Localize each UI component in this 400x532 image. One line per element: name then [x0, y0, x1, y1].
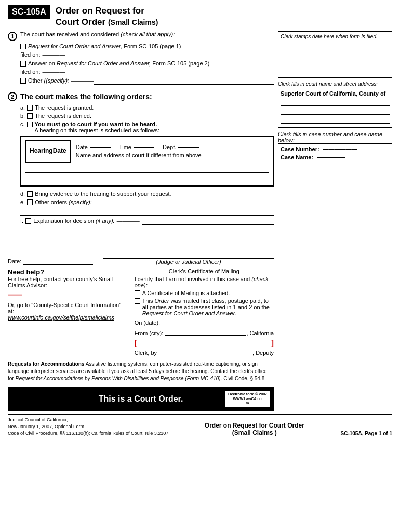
clerk-court-label: Clerk fills in court name and street add… [278, 81, 392, 87]
page: SC-105A Order on Request for Court Order… [0, 0, 400, 532]
case-number-row: Case Number: —————— [281, 146, 390, 152]
dept-field: Dept. [163, 144, 199, 150]
section2-b-text: The request is denied. [35, 113, 91, 119]
section1-filed-on-1: filed on: ———— [20, 51, 274, 58]
right-column: Clerk stamps date here when form is file… [278, 31, 392, 414]
time-dash[interactable] [134, 147, 154, 148]
section2-f-checkbox[interactable] [25, 218, 31, 224]
section1-item3-text: Other ((specify): ———— [28, 77, 94, 84]
date-dash[interactable] [90, 147, 111, 148]
section1: 1 The court has received and considered … [8, 31, 274, 85]
hearing-address [25, 166, 269, 181]
address-label-text: Name and address of court if different f… [76, 152, 208, 158]
clerk-line-2[interactable] [281, 108, 390, 115]
section2-e-line[interactable] [119, 199, 274, 206]
dept-dash[interactable] [178, 147, 199, 148]
section2-item-a: a. The request is granted. [20, 104, 274, 111]
section1-item2-checkbox[interactable] [20, 61, 26, 66]
court-order-banner: This is a Court Order. Electronic form ©… [8, 387, 274, 411]
section2-e-text: Other orders (specify): [35, 199, 91, 205]
date-field: Date [76, 144, 111, 150]
on-date-line[interactable] [162, 318, 274, 325]
mailing-column: — Clerk's Certificate of Mailing — I cer… [135, 268, 274, 356]
clerk-court-lines [281, 99, 390, 124]
address-line-1[interactable] [25, 166, 269, 173]
section1-item1-text: Request for Court Order and Answer, Form… [28, 43, 181, 49]
hearing-fields: Date Time Dept. [76, 144, 208, 158]
mailing-item1-checkbox[interactable] [135, 290, 140, 296]
need-help-title: Need help? [8, 268, 124, 276]
section1-number: 1 [8, 32, 17, 41]
judge-label: (Judge or Judicial Officer) [103, 259, 274, 265]
on-date-row: On (date): [135, 318, 274, 327]
help-red-dash: —— [8, 290, 124, 299]
address-line-2[interactable] [25, 174, 269, 181]
section1-item1-row: Request for Court Order and Answer, Form… [20, 43, 274, 49]
filed-on-line-1[interactable] [68, 51, 274, 58]
footer-center: Order on Request for Court Order (Small … [205, 422, 304, 436]
accommodations: Requests for Accommodations Assistive li… [8, 361, 274, 382]
hearing-date-box: Hearing Date Date Time [20, 136, 274, 187]
main-layout: 1 The court has received and considered … [8, 31, 392, 414]
judge-area: (Judge or Judicial Officer) [103, 251, 274, 265]
section1-item2-text: Answer on Request for Court Order and An… [28, 60, 209, 66]
from-city-line[interactable] [165, 328, 246, 336]
date-dash-line[interactable] [23, 258, 93, 265]
section1-item3-checkbox[interactable] [20, 78, 26, 84]
mailing-item2-text: This Order was mailed first class, posta… [142, 298, 274, 316]
section1-text: The court has received and considered (c… [20, 31, 175, 37]
help-or-text: Or, go to "County-Specific Court Informa… [8, 302, 124, 314]
section2-item-e: e. Other orders (specify): ———— [20, 199, 274, 206]
help-column: Need help? For free help, contact your c… [8, 268, 124, 356]
clerk-by-row: Clerk, by , Deputy [135, 349, 274, 356]
section2-number: 2 [8, 92, 17, 101]
section2-e-checkbox[interactable] [27, 200, 33, 205]
filed-on-line-3[interactable] [94, 77, 274, 85]
help-text: For free help, contact your county's Sma… [8, 276, 124, 288]
hearing-label: Hearing Date [25, 140, 71, 163]
date-label: Date: [8, 258, 21, 264]
mailing-item2-row: This Order was mailed first class, posta… [135, 298, 274, 316]
section2-c-text: You must go to court if you want to be h… [35, 121, 159, 134]
section2-c-checkbox[interactable] [27, 122, 33, 127]
bracket-line [141, 343, 267, 343]
date-area: Date: [8, 258, 93, 265]
footer: Judicial Council of California, New Janu… [8, 414, 392, 436]
section2-item-d: d. Bring evidence to the hearing to supp… [20, 191, 274, 197]
bracket-open: [ [135, 339, 137, 347]
section2-f-text: Explanation for decision (if any): [33, 218, 115, 224]
section2-f-line[interactable] [142, 218, 274, 225]
form-id: SC-105A [8, 5, 50, 19]
clerk-line-3[interactable] [281, 116, 390, 124]
clerk-case-label: Clerk fills in case number and case name… [278, 131, 392, 143]
judge-signature-line[interactable] [103, 251, 274, 259]
section2-item-c: c. You must go to court if you want to b… [20, 121, 274, 134]
section2-f-dash: ———— [117, 218, 140, 224]
clerk-by-line[interactable] [161, 349, 250, 356]
clerk-case-box: Case Number: —————— Case Name: ————— [278, 143, 392, 163]
section2-e-fullline[interactable] [20, 208, 274, 216]
bracket-row: [ ] [135, 339, 274, 347]
section2-item-f: f. Explanation for decision (if any): ——… [20, 218, 274, 225]
clerk-stamp-box: Clerk stamps date here when form is file… [278, 31, 392, 78]
section2-f-fullline2[interactable] [20, 236, 274, 243]
filed-on-line-2[interactable] [68, 68, 274, 75]
section2-f-fullline[interactable] [20, 227, 274, 234]
from-city-row: From (city): , California [135, 328, 274, 337]
mailing-item2-checkbox[interactable] [135, 298, 140, 304]
hearing-row: Hearing Date Date Time [25, 140, 269, 163]
clerk-court-name: Superior Court of California, County of [281, 90, 390, 97]
form-title: Order on Request for Court Order (Small … [56, 5, 158, 28]
bottom-two-col: Need help? For free help, contact your c… [8, 268, 274, 356]
section1-filed-on-2: filed on: ———— [20, 68, 274, 75]
section2-d-checkbox[interactable] [27, 191, 33, 197]
section2-b-checkbox[interactable] [27, 113, 33, 119]
section2-d-text: Bring evidence to the hearing to support… [35, 191, 171, 197]
section2-header: 2 The court makes the following orders: [8, 91, 274, 101]
section2-a-checkbox[interactable] [27, 105, 33, 111]
help-url[interactable]: www.courtinfo.ca.gov/selfhelp/smallclaim… [8, 314, 124, 321]
clerk-line-1[interactable] [281, 99, 390, 106]
qr-code: Electronic form © 2007 WWW.LawCA.co m [225, 391, 270, 407]
mailing-item1-text: A Certificate of Mailing is attached. [142, 290, 230, 296]
section1-item1-checkbox[interactable] [20, 44, 26, 49]
